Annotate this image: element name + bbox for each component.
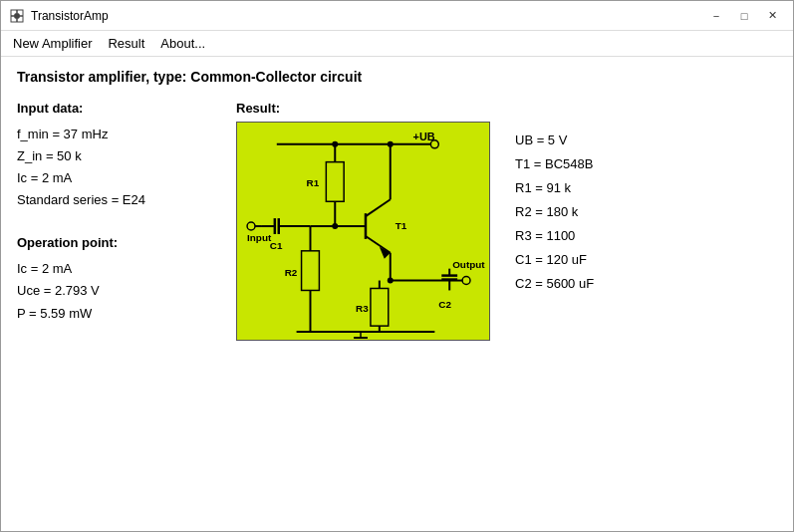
window-title: TransistorAmp <box>31 9 109 23</box>
title-bar-left: TransistorAmp <box>9 8 109 24</box>
operation-point-section: Operation point: Ic = 2 mA Uce = 2.793 V… <box>17 235 216 324</box>
result-r2: R2 = 180 k <box>515 200 664 224</box>
result-c1: C1 = 120 uF <box>515 248 664 272</box>
svg-point-1 <box>14 13 20 19</box>
op-ic: Ic = 2 mA <box>17 258 216 280</box>
maximize-button[interactable]: □ <box>731 6 757 26</box>
svg-point-29 <box>462 277 470 285</box>
result-t1: T1 = BC548B <box>515 152 664 176</box>
minimize-button[interactable]: − <box>703 6 729 26</box>
circuit-container: Result: +UB <box>236 101 495 341</box>
menu-result[interactable]: Result <box>100 33 152 54</box>
result-c2: C2 = 5600 uF <box>515 272 664 296</box>
circuit-svg: +UB R1 <box>237 123 489 340</box>
window-controls: − □ ✕ <box>703 6 785 26</box>
svg-text:C1: C1 <box>270 240 283 251</box>
input-f-min: f_min = 37 mHz <box>17 124 216 145</box>
svg-text:R1: R1 <box>307 177 320 188</box>
main-layout: Input data: f_min = 37 mHz Z_in = 50 k I… <box>17 101 777 341</box>
svg-line-16 <box>366 236 391 253</box>
content-area: Transistor amplifier, type: Common-Colle… <box>1 57 793 531</box>
main-window: TransistorAmp − □ ✕ New Amplifier Result… <box>0 0 794 532</box>
title-bar: TransistorAmp − □ ✕ <box>1 1 793 31</box>
svg-rect-9 <box>326 162 344 202</box>
op-title: Operation point: <box>17 235 216 250</box>
svg-point-20 <box>388 141 394 147</box>
svg-text:Input: Input <box>247 232 272 243</box>
page-title: Transistor amplifier, type: Common-Colle… <box>17 69 777 85</box>
left-panel: Input data: f_min = 37 mHz Z_in = 50 k I… <box>17 101 216 325</box>
svg-point-51 <box>247 222 255 230</box>
svg-text:R3: R3 <box>356 303 369 314</box>
result-r3: R3 = 1100 <box>515 224 664 248</box>
app-icon <box>9 8 25 24</box>
svg-rect-33 <box>371 288 389 326</box>
input-standard: Standard series = E24 <box>17 189 216 211</box>
svg-text:+UB: +UB <box>413 131 435 142</box>
svg-text:R2: R2 <box>285 267 298 278</box>
result-r1: R1 = 91 k <box>515 176 664 200</box>
svg-rect-42 <box>302 251 320 291</box>
svg-text:Output: Output <box>452 259 485 270</box>
svg-text:T1: T1 <box>396 220 407 231</box>
svg-point-55 <box>332 141 338 147</box>
close-button[interactable]: ✕ <box>759 6 785 26</box>
result-label: Result: <box>236 101 495 116</box>
menu-about[interactable]: About... <box>152 33 213 54</box>
input-z-in: Z_in = 50 k <box>17 145 216 167</box>
svg-line-15 <box>366 199 391 216</box>
op-p: P = 5.59 mW <box>17 303 216 325</box>
circuit-diagram: +UB R1 <box>236 122 490 341</box>
menu-new-amplifier[interactable]: New Amplifier <box>5 33 100 54</box>
input-ic: Ic = 2 mA <box>17 167 216 189</box>
op-uce: Uce = 2.793 V <box>17 280 216 302</box>
svg-text:C2: C2 <box>438 299 451 310</box>
result-ub: UB = 5 V <box>515 129 664 152</box>
results-text-panel: UB = 5 V T1 = BC548B R1 = 91 k R2 = 180 … <box>515 101 664 296</box>
menu-bar: New Amplifier Result About... <box>1 31 793 57</box>
right-panel: Result: +UB <box>236 101 664 341</box>
input-data-title: Input data: <box>17 101 216 116</box>
